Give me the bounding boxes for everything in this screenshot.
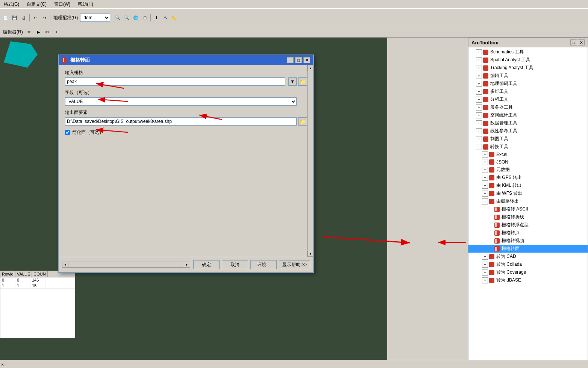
tree-label-spatial-stats: 空间统计工具 [490, 112, 517, 118]
scroll-up-btn[interactable]: ▲ [308, 65, 314, 71]
expand-multidim[interactable]: + [476, 89, 482, 95]
toolbox-icon-cartography [483, 136, 489, 142]
tree-item-server[interactable]: + 服务器工具 [468, 103, 588, 111]
tree-item-gps[interactable]: + 由 GPS 转出 [468, 174, 588, 182]
tree-item-json[interactable]: + JSON [468, 158, 588, 166]
tree-item-analysis[interactable]: + 分析工具 [468, 95, 588, 103]
tree-item-linear-ref[interactable]: + 线性参考工具 [468, 127, 588, 135]
expand-tracking[interactable]: + [476, 65, 482, 71]
expand-spatial-stats[interactable]: + [476, 112, 482, 118]
tree-item-edit[interactable]: + 编辑工具 [468, 72, 588, 80]
tree-item-to-collada[interactable]: + 转为 Collada [468, 260, 588, 268]
tree-item-raster-ascii[interactable]: 栅格转 ASCII [468, 205, 588, 213]
expand-wfs[interactable]: + [482, 191, 488, 197]
tree-item-data-mgmt[interactable]: + 数据管理工具 [468, 119, 588, 127]
tree-item-spatial-stats[interactable]: + 空间统计工具 [468, 111, 588, 119]
toolbar-btn-1[interactable]: 📄 [2, 14, 10, 22]
edit-btn-1[interactable]: ✏ [25, 28, 33, 36]
menu-help[interactable]: 帮助(H) [76, 0, 95, 8]
tree-label-to-collada: 转为 Collada [496, 261, 522, 268]
tree-item-excel[interactable]: + Excel [468, 151, 588, 158]
dialog-close-btn[interactable]: ✕ [303, 57, 310, 63]
scroll-down-btn[interactable]: ▼ [308, 251, 314, 257]
dialog-minimize-btn[interactable]: _ [287, 57, 294, 63]
select-btn[interactable]: ↖ [161, 14, 170, 22]
tree-item-conversion[interactable]: - 转换工具 [468, 143, 588, 151]
expand-to-cad[interactable]: + [482, 254, 488, 260]
full-extent-btn[interactable]: ⊞ [141, 14, 149, 22]
expand-conversion[interactable]: - [476, 144, 482, 150]
expand-to-coverage[interactable]: + [482, 270, 488, 276]
expand-to-collada[interactable]: + [482, 262, 488, 268]
toolbar-btn-3[interactable]: 🖨 [20, 14, 28, 22]
tree-item-from-raster[interactable]: - 由栅格转出 [468, 197, 588, 205]
expand-edit[interactable]: + [476, 73, 482, 79]
tree-item-metadata[interactable]: + 元数据 [468, 166, 588, 174]
tree-item-to-cad[interactable]: + 转为 CAD [468, 253, 588, 260]
tree-item-raster-point[interactable]: 栅格转点 [468, 229, 588, 237]
toolbar-sep-4 [150, 14, 151, 21]
expand-metadata[interactable]: + [482, 167, 488, 173]
help-btn[interactable]: 显示帮助 >> [279, 260, 310, 269]
identify-btn[interactable]: ℹ [152, 14, 161, 22]
zoom-out-btn[interactable]: 🔍 [123, 14, 131, 22]
arctoolbox-restore-btn[interactable]: □ [570, 39, 577, 45]
expand-linear-ref[interactable]: + [476, 128, 482, 134]
tree-item-spatial[interactable]: + Spatial Analyst 工具 [468, 56, 588, 64]
horizontal-scrollbar[interactable]: ◄ ► [62, 262, 190, 268]
cancel-btn[interactable]: 取消 [222, 260, 248, 269]
measure-btn[interactable]: 📐 [170, 14, 179, 22]
tree-item-multidim[interactable]: + 多维工具 [468, 88, 588, 95]
confirm-btn[interactable]: 确定 [193, 260, 220, 269]
edit-btn-3[interactable]: ✂ [43, 28, 52, 36]
menu-customize[interactable]: 自定义(C) [24, 0, 49, 8]
output-browse-btn[interactable]: 📁 [298, 117, 307, 126]
tree-item-schematics[interactable]: + Schematics 工具 [468, 48, 588, 56]
expand-json[interactable]: + [482, 159, 488, 165]
expand-spatial[interactable]: + [476, 57, 482, 63]
geoprocessing-dropdown[interactable]: dem [80, 14, 110, 22]
expand-kml[interactable]: + [482, 183, 488, 189]
pan-btn[interactable]: 🌐 [132, 14, 140, 22]
input-raster-browse-btn[interactable]: 📁 [298, 77, 307, 86]
tree-item-wfs[interactable]: + 由 WFS 转出 [468, 189, 588, 197]
tree-item-raster-polyline[interactable]: 栅格转折线 [468, 213, 588, 221]
expand-gps[interactable]: + [482, 175, 488, 181]
toolbar-btn-2[interactable]: 💾 [11, 14, 19, 22]
zoom-in-btn[interactable]: 🔍 [114, 14, 122, 22]
tree-item-to-coverage[interactable]: + 转为 Coverage [468, 268, 588, 276]
tree-item-tracking[interactable]: + Tracking Analyst 工具 [468, 64, 588, 72]
input-raster-dropdown-btn[interactable]: ▼ [288, 77, 297, 86]
toolbar-btn-4[interactable]: ↩ [31, 14, 39, 22]
output-field[interactable] [65, 117, 297, 126]
tree-item-raster-video[interactable]: 栅格转视频 [468, 237, 588, 245]
expand-analysis[interactable]: + [476, 97, 482, 103]
expand-from-raster[interactable]: - [482, 198, 488, 204]
expand-schematics[interactable]: + [476, 49, 482, 55]
arctoolbox-close-btn[interactable]: ✕ [578, 39, 585, 45]
field-select[interactable]: VALUE [65, 97, 297, 106]
tree-item-raster-float[interactable]: 栅格转浮点型 [468, 221, 588, 229]
expand-to-dbase[interactable]: + [482, 277, 488, 283]
input-raster-field[interactable] [65, 77, 285, 86]
tree-item-cartography[interactable]: + 制图工具 [468, 135, 588, 143]
tree-item-to-dbase[interactable]: + 转为 dBASE [468, 276, 588, 284]
expand-geocode[interactable]: + [476, 81, 482, 87]
edit-btn-4[interactable]: ⌖ [52, 28, 61, 36]
simplify-checkbox[interactable] [65, 130, 70, 135]
expand-server[interactable]: + [476, 104, 482, 111]
expand-data-mgmt[interactable]: + [476, 120, 482, 126]
scroll-right-btn[interactable]: ► [184, 262, 190, 267]
tree-item-raster-polygon[interactable]: 栅格转面 [468, 245, 588, 253]
menu-format[interactable]: 格式(G) [2, 0, 21, 8]
expand-excel[interactable]: + [482, 151, 488, 157]
tree-item-kml[interactable]: + 由 KML 转出 [468, 182, 588, 189]
expand-cartography[interactable]: + [476, 136, 482, 142]
env-btn[interactable]: 环境... [250, 260, 277, 269]
tree-item-geocode[interactable]: + 地理编码工具 [468, 80, 588, 88]
scroll-left-btn[interactable]: ◄ [62, 262, 68, 267]
toolbar-btn-5[interactable]: ↪ [40, 14, 48, 22]
dialog-restore-btn[interactable]: □ [295, 57, 302, 63]
edit-btn-2[interactable]: ▶ [34, 28, 42, 36]
menu-window[interactable]: 窗口(W) [52, 0, 73, 8]
